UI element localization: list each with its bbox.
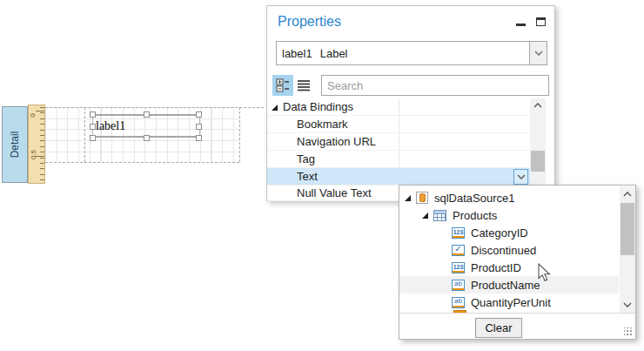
categorized-icon: [276, 78, 290, 92]
list-icon: [297, 79, 311, 91]
selection-handle[interactable]: [144, 135, 150, 141]
expand-triangle-icon[interactable]: [405, 195, 411, 201]
expand-triangle-icon[interactable]: [422, 213, 428, 219]
panel-title: Properties: [278, 14, 341, 30]
window-buttons: [516, 17, 546, 26]
popup-scrollbar[interactable]: [620, 186, 635, 313]
property-row-bookmark[interactable]: Bookmark: [267, 116, 530, 133]
text-value-dropdown-button[interactable]: [513, 169, 528, 185]
mouse-cursor: [538, 263, 552, 285]
properties-panel: Properties label1Label: [266, 5, 555, 201]
arrow-cursor-icon: [538, 263, 552, 282]
margin-left-dashed-line: [84, 107, 85, 162]
selection-handle[interactable]: [196, 135, 202, 141]
selection-handle[interactable]: [90, 124, 96, 130]
selection-handle[interactable]: [196, 111, 202, 118]
category-label: Data Bindings: [267, 100, 353, 113]
property-grid-toolbar: [272, 74, 551, 97]
selected-object: label1Label: [277, 47, 348, 60]
number-field-icon: 123: [452, 262, 465, 273]
minimize-icon[interactable]: [516, 24, 526, 26]
scrollbar-thumb[interactable]: [531, 151, 545, 172]
selection-handle[interactable]: [144, 111, 150, 118]
tree-item-label: QuantityPerUnit: [471, 296, 551, 309]
property-row-text[interactable]: Text: [267, 168, 530, 186]
categorized-view-button[interactable]: [272, 75, 293, 96]
tree-item-categoryid[interactable]: 123 CategoryID: [399, 224, 619, 241]
detail-band-tab[interactable]: Detail: [2, 106, 28, 183]
chevron-down-icon: [517, 174, 526, 179]
band-bottom-dashed-line: [45, 162, 239, 163]
text-field-icon: ab: [452, 280, 465, 291]
category-row-data-bindings[interactable]: Data Bindings: [267, 98, 530, 116]
property-label: Tag: [267, 152, 315, 165]
scroll-up-icon[interactable]: [530, 103, 546, 108]
resize-grip[interactable]: [624, 327, 633, 336]
collapse-triangle-icon[interactable]: [272, 105, 278, 111]
tree-item-label: ProductID: [471, 261, 521, 274]
ruler-major-tick: [36, 111, 44, 111]
table-icon: [433, 210, 446, 221]
report-designer-screenshot: Detail 0 0.5 label1 Properties label1Lab…: [0, 0, 644, 351]
tree-item-label: CategoryID: [471, 226, 528, 240]
tree-item-productid[interactable]: 123 ProductID: [399, 259, 619, 276]
property-label: Navigation URL: [267, 135, 376, 148]
label-control[interactable]: label1: [92, 114, 200, 138]
property-row-navigation-url[interactable]: Navigation URL: [267, 133, 530, 151]
scroll-up-icon[interactable]: [620, 192, 635, 197]
label-control-text: label1: [93, 119, 125, 133]
tree-item-label: sqlDataSource1: [434, 192, 515, 205]
scrollbar-thumb[interactable]: [621, 203, 634, 255]
tree-item-productname[interactable]: ab ProductName: [399, 276, 619, 294]
maximize-icon[interactable]: [536, 17, 546, 26]
field-list-popup: sqlDataSource1 Products 123 CategoryID ✓…: [399, 185, 636, 340]
vertical-ruler: 0 0.5: [28, 105, 45, 184]
property-label: Bookmark: [267, 118, 348, 131]
tree-item-label: ProductName: [471, 279, 540, 292]
combobox-dropdown-button[interactable]: [529, 42, 547, 64]
number-field-icon: 123: [452, 227, 465, 239]
selection-handle[interactable]: [196, 124, 202, 130]
popup-separator: [399, 313, 635, 314]
clear-button[interactable]: Clear: [475, 318, 522, 338]
property-label: Null Value Text: [267, 186, 372, 199]
tree-item-discontinued[interactable]: ✓ Discontinued: [399, 241, 619, 259]
tree-item-label: Products: [453, 209, 497, 222]
selection-handle[interactable]: [90, 111, 96, 118]
tree-item-products[interactable]: Products: [399, 206, 619, 224]
detail-band-label: Detail: [9, 132, 21, 159]
search-input[interactable]: [321, 75, 549, 96]
datasource-icon: [416, 192, 428, 204]
tree-item-sqldatasource1[interactable]: sqlDataSource1: [399, 189, 619, 206]
property-label: Text: [267, 170, 318, 183]
tree-item-quantityperunit[interactable]: ab QuantityPerUnit: [399, 294, 619, 311]
ruler-mark-0: 0: [29, 113, 37, 117]
field-list-tree: sqlDataSource1 Products 123 CategoryID ✓…: [399, 186, 619, 313]
ruler-mark-05: 0.5: [30, 150, 37, 159]
margin-right-dashed-line: [239, 107, 240, 162]
page-top-dashed-line: [45, 107, 264, 108]
chevron-down-icon: [534, 51, 543, 56]
tree-item-label: Discontinued: [471, 244, 536, 257]
object-selector-combobox[interactable]: label1Label: [276, 41, 547, 65]
scroll-down-icon[interactable]: [620, 302, 635, 307]
text-field-icon: ab: [452, 297, 465, 308]
selection-handle[interactable]: [90, 135, 96, 141]
boolean-field-icon: ✓: [452, 245, 465, 256]
alphabetical-view-button[interactable]: [293, 75, 314, 96]
property-row-tag[interactable]: Tag: [267, 151, 530, 168]
